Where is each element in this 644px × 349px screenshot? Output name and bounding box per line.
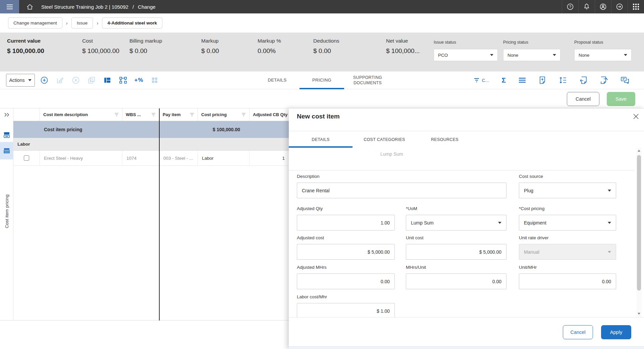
panels-view-button[interactable] bbox=[0, 129, 13, 141]
breadcrumb-change-management[interactable]: Change management bbox=[8, 17, 62, 29]
tab-details[interactable]: DETAILS bbox=[255, 71, 300, 89]
column-header-wbs[interactable]: WBS ... bbox=[122, 108, 159, 121]
row-wbs: 1074 bbox=[122, 151, 159, 165]
chevron-down-icon bbox=[624, 54, 627, 56]
scrolled-field-value: Lump Sum bbox=[380, 151, 403, 157]
breadcrumb-current-issue[interactable]: 4-Additional steel work bbox=[102, 17, 162, 29]
metric-markup: Markup $ 0.00 bbox=[201, 38, 219, 55]
description-input[interactable]: Crane Rental bbox=[297, 183, 506, 198]
help-button[interactable]: ? bbox=[562, 0, 578, 13]
plus-percent-icon: +% bbox=[134, 77, 143, 84]
adjusted-mhrs-input[interactable]: 0.00 bbox=[297, 273, 395, 289]
svg-text:?: ? bbox=[569, 5, 571, 9]
cancel-button[interactable]: Cancel bbox=[567, 92, 599, 106]
sign-out-button[interactable] bbox=[611, 0, 628, 13]
table-row[interactable]: Erect Steel - Heavy 1074 003 - Steel - .… bbox=[13, 151, 289, 166]
hierarchy-button[interactable] bbox=[119, 76, 127, 85]
panel-layout-button[interactable] bbox=[103, 76, 112, 85]
export-button[interactable] bbox=[600, 76, 608, 84]
new-cost-item-dialog: New cost item DETAILS COST CATEGORIES RE… bbox=[289, 108, 644, 349]
add-cost-item-button[interactable] bbox=[40, 76, 49, 85]
column-header-adjusted-cb-qty[interactable]: Adjusted CB Qty bbox=[250, 108, 289, 121]
pricing-status-field: Pricing status None bbox=[503, 40, 560, 61]
select-all-header-cell[interactable] bbox=[13, 108, 40, 121]
expand-panel-button[interactable] bbox=[0, 110, 13, 119]
grid-total-row[interactable]: Cost item pricing $ 100,000.00 bbox=[13, 121, 289, 138]
delete-button[interactable] bbox=[71, 76, 80, 85]
column-filter-icon[interactable] bbox=[114, 113, 119, 116]
saved-filter-button[interactable]: C... bbox=[474, 78, 489, 83]
import-button[interactable] bbox=[580, 76, 587, 84]
scroll-up-button[interactable] bbox=[636, 148, 642, 153]
new-document-button[interactable] bbox=[539, 76, 546, 84]
actions-dropdown-button[interactable]: Actions bbox=[6, 74, 35, 87]
panel-vertical-label: Cost item pricing bbox=[0, 183, 13, 240]
unit-cost-input[interactable]: $ 5,000.00 bbox=[406, 244, 506, 260]
group-row-labor[interactable]: Labor bbox=[13, 138, 289, 151]
left-rail: Cost item pricing bbox=[0, 108, 13, 320]
column-header-cost-pricing[interactable]: Cost pricing bbox=[198, 108, 250, 121]
account-button[interactable] bbox=[595, 0, 611, 13]
unit-mhr-field: Unit/MHr 0.00 bbox=[519, 264, 616, 289]
dialog-scrollbar[interactable] bbox=[636, 148, 642, 317]
column-header-pay-item[interactable]: Pay item bbox=[159, 108, 198, 121]
panels-icon bbox=[4, 132, 10, 138]
home-button[interactable] bbox=[22, 0, 37, 13]
proposal-status-select[interactable]: None bbox=[574, 49, 632, 61]
uom-select[interactable]: Lump Sum bbox=[406, 215, 506, 231]
labor-cost-mhr-input[interactable]: $ 1.00 bbox=[297, 303, 395, 317]
adjusted-cost-input[interactable]: $ 5,000.00 bbox=[297, 244, 395, 260]
metric-markup-pct: Markup % 0.00% bbox=[258, 38, 281, 55]
menu-rows-button[interactable] bbox=[519, 78, 526, 83]
column-filter-icon[interactable] bbox=[151, 113, 156, 116]
metric-cost: Cost $ 100,000.00 bbox=[82, 38, 119, 55]
row-spacing-button[interactable] bbox=[559, 77, 567, 84]
cost-pricing-select[interactable]: Equipment bbox=[519, 215, 616, 231]
adjusted-qty-input[interactable]: 1.00 bbox=[297, 215, 395, 231]
hamburger-menu-button[interactable] bbox=[0, 0, 19, 13]
issue-status-select[interactable]: PCO bbox=[434, 49, 498, 61]
totals-button[interactable]: Σ bbox=[501, 76, 506, 84]
comments-button[interactable] bbox=[621, 77, 629, 84]
chevron-down-icon bbox=[553, 54, 556, 56]
app-launcher-button[interactable] bbox=[628, 0, 644, 13]
unit-mhr-input[interactable]: 0.00 bbox=[519, 273, 616, 289]
calculator-button[interactable] bbox=[150, 76, 159, 85]
chevron-down-icon bbox=[608, 190, 611, 192]
chat-bubbles-icon bbox=[621, 77, 629, 84]
tab-supporting-documents[interactable]: SUPPORTING DOCUMENTS bbox=[344, 71, 391, 89]
tab-pricing[interactable]: PRICING bbox=[300, 71, 344, 89]
dialog-tab-resources[interactable]: RESOURCES bbox=[416, 131, 473, 148]
frozen-column-divider[interactable] bbox=[159, 108, 160, 320]
save-cancel-bar: Cancel Save bbox=[0, 90, 644, 108]
scroll-down-button[interactable] bbox=[636, 311, 642, 316]
notifications-button[interactable] bbox=[578, 0, 595, 13]
scrollbar-thumb[interactable] bbox=[637, 155, 641, 291]
adjusted-mhrs-field: Adjusted MHrs 0.00 bbox=[297, 264, 395, 289]
cost-source-field: Cost source Plug bbox=[519, 173, 616, 198]
row-checkbox[interactable] bbox=[24, 155, 29, 161]
save-button[interactable]: Save bbox=[607, 92, 635, 106]
add-markup-percent-button[interactable]: +% bbox=[135, 76, 143, 85]
copy-button[interactable] bbox=[87, 76, 96, 85]
edit-button[interactable] bbox=[56, 76, 64, 85]
proposal-status-field: Proposal status None bbox=[574, 40, 632, 61]
column-header-description[interactable]: Cost item description bbox=[40, 108, 122, 121]
metric-billing-markup: Billing markup $ 0.00 bbox=[129, 38, 162, 55]
cost-item-pricing-panel-button[interactable] bbox=[0, 142, 13, 159]
mhrs-unit-input[interactable]: 0.00 bbox=[406, 273, 506, 289]
cost-source-select[interactable]: Plug bbox=[519, 183, 616, 198]
dialog-apply-button[interactable]: Apply bbox=[601, 325, 631, 339]
breadcrumb-separator-icon: › bbox=[66, 20, 68, 26]
dialog-cancel-button[interactable]: Cancel bbox=[563, 325, 593, 339]
dialog-tab-details[interactable]: DETAILS bbox=[289, 131, 353, 148]
pricing-status-select[interactable]: None bbox=[503, 49, 560, 61]
column-filter-icon[interactable] bbox=[190, 113, 194, 116]
unit-rate-driver-select[interactable]: Manual bbox=[519, 244, 616, 260]
close-dialog-button[interactable] bbox=[631, 112, 641, 121]
dialog-tab-cost-categories[interactable]: COST CATEGORIES bbox=[353, 131, 416, 148]
breadcrumb-issue[interactable]: Issue bbox=[71, 17, 93, 29]
page-title: Change bbox=[138, 4, 156, 10]
grid-toolbar: Actions +% bbox=[0, 71, 644, 89]
column-filter-icon[interactable] bbox=[241, 113, 246, 116]
